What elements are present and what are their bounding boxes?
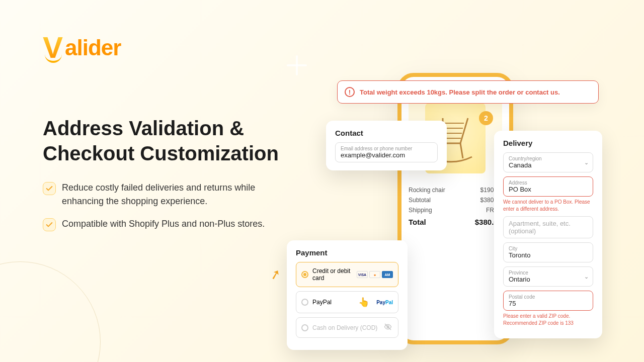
chevron-down-icon: ⌄ <box>584 274 589 280</box>
city-label: City <box>509 246 588 251</box>
total-row: Total $380.00 <box>409 218 502 226</box>
address-label: Address <box>509 180 588 186</box>
city-field[interactable]: City Toronto <box>503 242 593 262</box>
postal-error: Please enter a valid ZIP code. Recommend… <box>503 313 593 326</box>
payment-card: Payment Credit or debit card VISA ●● AM … <box>287 240 408 350</box>
shipping-label: Shipping <box>409 207 432 214</box>
check-badge-icon <box>43 218 56 231</box>
country-value: Canada <box>509 161 588 169</box>
postal-field[interactable]: Postal code 75 <box>503 291 593 311</box>
payment-option-card[interactable]: Credit or debit card VISA ●● AM <box>296 262 398 287</box>
radio-icon <box>301 299 308 306</box>
shipping-row: Shipping FREE <box>409 207 502 214</box>
province-value: Ontario <box>509 276 588 283</box>
country-label: Country/region <box>509 156 588 161</box>
radio-icon <box>301 324 308 331</box>
weight-warning-banner: ! Total weight exceeds 10kgs. Please spl… <box>337 80 599 104</box>
feature-item: Compatible with Shopify Plus and non-Plu… <box>43 217 289 231</box>
apartment-placeholder: Apartment, suite, etc. (optional) <box>509 220 588 235</box>
page-headline: Address Validation & Checkout Customizat… <box>43 116 325 166</box>
city-value: Toronto <box>509 251 588 259</box>
radio-selected-icon <box>301 271 308 278</box>
country-select[interactable]: Country/region Canada ⌄ <box>503 152 593 172</box>
subtotal-label: Subtotal <box>409 197 431 204</box>
sparkle-icon <box>287 55 307 75</box>
payment-card-label: Credit or debit card <box>312 267 353 282</box>
contact-field-label: Email address or phone number <box>341 146 432 151</box>
address-error: We cannot deliver to a PO Box. Please en… <box>503 199 593 212</box>
payment-option-cod[interactable]: Cash on Delivery (COD) <box>296 317 398 338</box>
brand-logo: V alider <box>43 35 121 60</box>
pointer-hand-icon: 👆 <box>358 297 369 308</box>
alert-icon: ! <box>345 87 355 97</box>
postal-label: Postal code <box>509 294 588 300</box>
arrow-up-icon: ➚ <box>268 265 282 284</box>
payment-title: Payment <box>296 248 398 257</box>
feature-text: Reduce costly failed deliveries and retu… <box>62 181 289 208</box>
contact-card: Contact Email address or phone number ex… <box>326 121 447 170</box>
feature-item: Reduce costly failed deliveries and retu… <box>43 181 289 208</box>
subtotal-row: Subtotal $380.00 <box>409 197 502 204</box>
province-label: Province <box>509 270 588 276</box>
logo-text: alider <box>65 35 121 60</box>
address-field[interactable]: Address PO Box <box>503 176 593 197</box>
contact-title: Contact <box>335 129 438 137</box>
feature-list: Reduce costly failed deliveries and retu… <box>43 181 289 240</box>
card-brand-icons: VISA ●● AM <box>357 271 393 278</box>
eye-off-icon <box>383 323 393 332</box>
contact-field-value: example@valider.com <box>341 151 432 159</box>
contact-field[interactable]: Email address or phone number example@va… <box>335 142 438 162</box>
paypal-logo-icon: PayPal <box>376 300 393 305</box>
payment-cod-label: Cash on Delivery (COD) <box>312 324 377 331</box>
payment-paypal-label: PayPal <box>312 299 332 306</box>
payment-option-paypal[interactable]: PayPal 👆 PayPal <box>296 291 398 313</box>
address-value: PO Box <box>509 186 588 193</box>
decorative-circle <box>0 261 101 362</box>
warning-text: Total weight exceeds 10kgs. Please split… <box>360 88 560 96</box>
chevron-down-icon: ⌄ <box>584 159 589 166</box>
check-badge-icon <box>43 182 56 195</box>
line-item-row: Rocking chair $190.00 <box>409 187 502 194</box>
quantity-badge: 2 <box>479 111 493 125</box>
feature-text: Compatible with Shopify Plus and non-Plu… <box>62 217 265 231</box>
apartment-field[interactable]: Apartment, suite, etc. (optional) <box>503 216 593 238</box>
delivery-title: Delivery <box>503 139 593 147</box>
logo-mark: V <box>43 36 63 60</box>
delivery-card: Delivery Country/region Canada ⌄ Address… <box>494 131 602 338</box>
total-label: Total <box>409 218 426 226</box>
province-select[interactable]: Province Ontario ⌄ <box>503 266 593 287</box>
item-name: Rocking chair <box>409 187 445 194</box>
postal-value: 75 <box>509 300 588 307</box>
